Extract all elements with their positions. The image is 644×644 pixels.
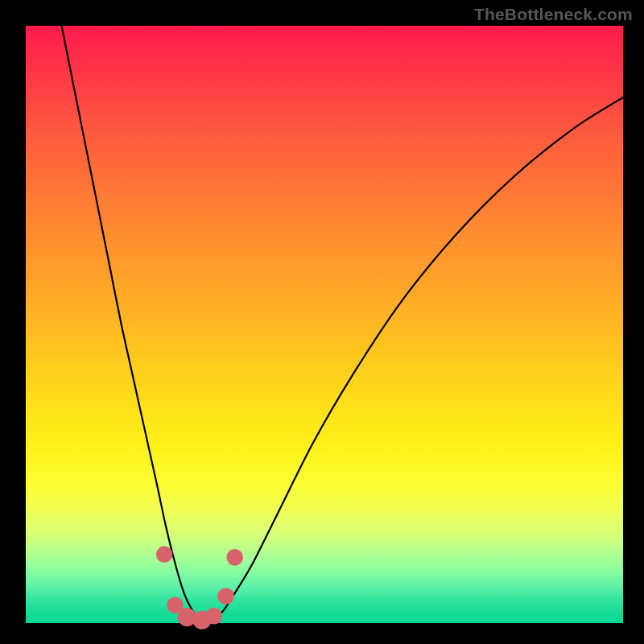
curve-marker — [217, 588, 234, 605]
watermark-text: TheBottleneck.com — [474, 5, 633, 24]
chart-frame: TheBottleneck.com — [0, 0, 644, 644]
curve-markers — [156, 546, 243, 630]
curve-layer — [26, 26, 623, 623]
curve-marker — [156, 546, 173, 563]
bottleneck-curve — [62, 26, 623, 621]
curve-marker — [226, 549, 243, 566]
curve-marker — [205, 608, 222, 625]
plot-area — [26, 26, 623, 623]
